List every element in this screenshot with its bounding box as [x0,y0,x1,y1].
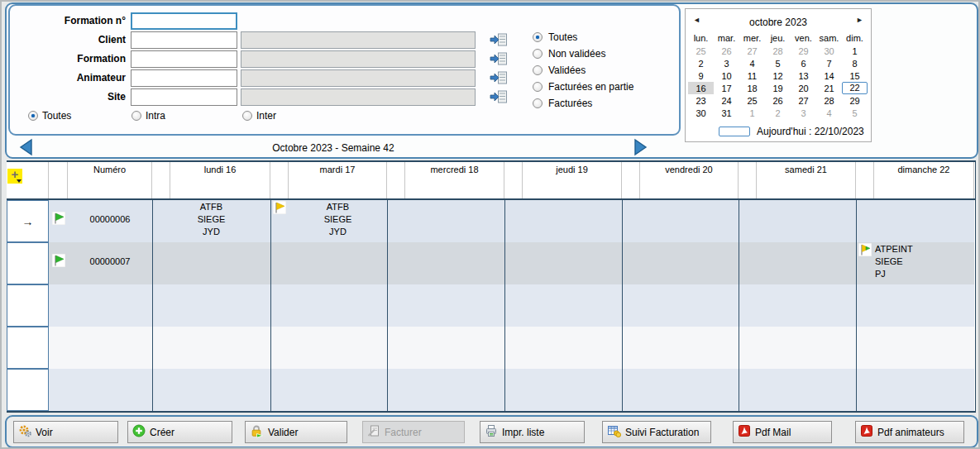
row-selector-cell[interactable]: → [7,200,49,242]
calendar-day[interactable]: 4 [816,107,842,119]
row-selector-cell[interactable] [7,369,49,411]
planning-cell-text: ATFB SIEGE JYD [152,201,270,238]
pdf-animateurs-button[interactable]: Pdf animateurs [855,421,964,443]
calendar-next-month-icon[interactable]: ► [856,16,863,24]
calendar-day[interactable]: 12 [765,69,791,82]
animateur-input[interactable] [131,69,237,87]
arrow-to-list-icon[interactable] [490,32,508,47]
calendar-day[interactable]: 6 [791,57,816,69]
calendar-day[interactable]: 11 [739,69,765,82]
header-numero: Numéro [68,162,152,198]
header-flag-cell [387,162,405,198]
current-row-arrow-icon: → [22,215,34,228]
calendar-day[interactable]: 20 [791,82,816,94]
calendar-day[interactable]: 30 [688,107,714,119]
calendar-day[interactable]: 25 [739,94,765,107]
calendar-day[interactable]: 22 [842,82,868,94]
type-radio-inter[interactable] [242,111,252,121]
grid-body: →00000006ATFB SIEGE JYDATFB SIEGE JYD000… [7,200,975,411]
impr-liste-button[interactable]: Impr. liste [480,421,585,443]
search-form-panel: Formation n°ClientFormationAnimateurSite… [8,4,681,136]
calendar-day[interactable]: 28 [765,45,791,57]
site-input[interactable] [131,88,237,106]
header-flag-cell [856,162,874,198]
type-radio-intra[interactable] [131,111,141,121]
calendar-day[interactable]: 18 [739,82,765,94]
status-radio-toutes[interactable] [533,32,543,42]
arrow-to-list-icon[interactable] [490,51,508,66]
button-label: Facturer [385,427,422,438]
calendar-day[interactable]: 10 [714,69,739,82]
status-radio-facturees-en-partie[interactable] [533,82,543,92]
calendar-day[interactable]: 23 [688,94,714,107]
planning-cell-lundi-16[interactable]: ATFB SIEGE JYD [152,200,270,242]
calendar-day[interactable]: 29 [842,94,868,107]
formation-number-input[interactable] [131,12,237,30]
creer-button[interactable]: Créer [127,421,232,443]
calendar-day[interactable]: 16 [688,82,714,94]
add-column-icon[interactable]: + [7,169,22,184]
lock-validate-icon [250,424,264,441]
calendar-day[interactable]: 2 [765,107,791,119]
calendar-day[interactable]: 27 [739,45,765,57]
calendar-day[interactable]: 3 [791,107,816,119]
row-selector-cell[interactable] [7,242,49,284]
calendar-day[interactable]: 5 [842,107,868,119]
calendar-today-label: Aujourd'hui : 22/10/2023 [757,126,864,137]
planning-grid: Numérolundi 16mardi 17mercredi 18jeudi 1… [7,160,976,413]
calendar-day[interactable]: 15 [842,69,868,82]
valider-button[interactable]: Valider [245,421,347,443]
row-selector-cell[interactable] [7,327,49,369]
calendar-day[interactable]: 13 [791,69,816,82]
numero-cell[interactable]: 00000006 [68,214,152,224]
calendar-day[interactable]: 2 [688,57,714,69]
calendar-day[interactable]: 9 [688,69,714,82]
arrow-to-list-icon[interactable] [490,89,508,104]
client-input[interactable] [131,31,237,49]
calendar-day[interactable]: 8 [842,57,868,69]
calendar-day[interactable]: 21 [816,82,842,94]
calendar-day[interactable]: 24 [714,94,739,107]
calendar-day[interactable]: 29 [791,45,816,57]
planning-cell-mardi-17[interactable]: ATFB SIEGE JYD [270,200,387,242]
calendar-today-box[interactable] [719,127,750,136]
grid-row [49,327,974,369]
calendar-day[interactable]: 26 [714,45,739,57]
pdf-mail-button[interactable]: Pdf Mail [733,421,832,443]
next-week-arrow-icon[interactable] [632,138,648,156]
green-flag-icon [52,254,65,267]
status-radio-facturees[interactable] [533,98,543,108]
status-radio-validees[interactable] [533,65,543,75]
calendar-day[interactable]: 1 [842,45,868,57]
arrow-to-list-icon[interactable] [490,70,508,85]
suivi-facturation-button[interactable]: Suivi Facturation [602,421,711,443]
calendar-day[interactable]: 4 [739,57,765,69]
formation-input[interactable] [131,50,237,68]
header-lundi-16: lundi 16 [170,162,270,198]
calendar-day[interactable]: 17 [714,82,739,94]
column-divider [504,200,505,411]
calendar-day[interactable]: 14 [816,69,842,82]
numero-cell[interactable]: 00000007 [68,256,152,266]
calendar-day[interactable]: 5 [765,57,791,69]
calendar-day[interactable]: 25 [688,45,714,57]
button-label: Suivi Facturation [625,427,699,438]
status-radio-non-validees[interactable] [533,49,543,59]
formation-number-label: Formation n° [15,12,126,30]
calendar-day[interactable]: 1 [739,107,765,119]
type-radio-toutes[interactable] [28,111,38,121]
voir-button[interactable]: Voir [13,421,118,443]
button-label: Pdf animateurs [877,427,944,438]
calendar-day[interactable]: 27 [791,94,816,107]
calendar-day[interactable]: 7 [816,57,842,69]
calendar-day[interactable]: 26 [765,94,791,107]
calendar-day[interactable]: 30 [816,45,842,57]
calendar-day[interactable]: 28 [816,94,842,107]
row-selector-cell[interactable] [7,284,49,327]
calendar-day[interactable]: 31 [714,107,739,119]
calendar-day-header: ven. [791,32,816,45]
calendar-day[interactable]: 3 [714,57,739,69]
planning-cell-dimanche-22[interactable]: ATPEINT SIEGE PJ [856,242,974,284]
calendar-day[interactable]: 19 [765,82,791,94]
formation-label: Formation [15,50,126,68]
